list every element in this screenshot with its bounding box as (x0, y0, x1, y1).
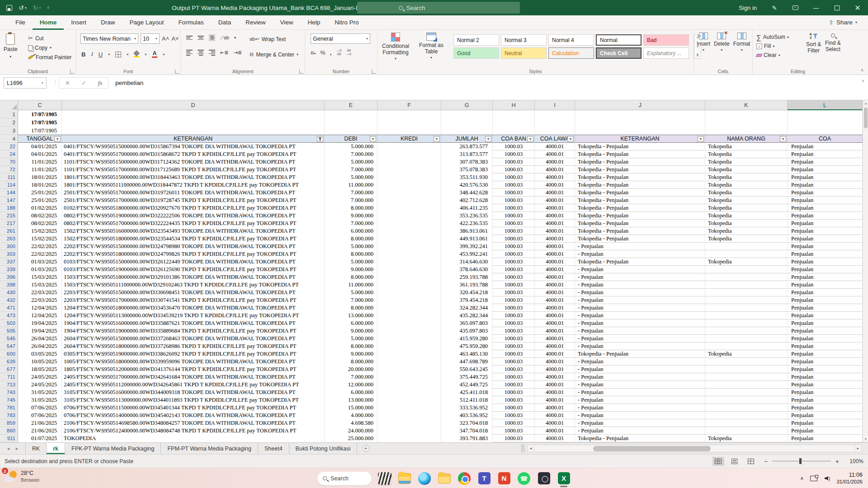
alignment-dialog-launcher[interactable] (299, 70, 303, 74)
save-icon[interactable] (6, 5, 12, 11)
cell[interactable] (62, 127, 325, 135)
cell[interactable]: Tokopedia - Penjualan (575, 150, 705, 158)
cell[interactable] (705, 327, 788, 335)
insert-function-icon[interactable]: fx (98, 80, 102, 87)
cell[interactable]: - Penjualan (575, 343, 705, 350)
cell[interactable]: 25.000.000 (325, 435, 377, 442)
cell[interactable]: 03/05/2025 (18, 350, 62, 358)
cell[interactable] (705, 243, 788, 250)
cell[interactable]: 4000.01 (535, 312, 575, 319)
cell[interactable]: Tokopedia (705, 220, 788, 227)
scrollbar-splitter[interactable] (521, 445, 524, 452)
cell[interactable] (377, 312, 441, 319)
cell[interactable]: 0305/FTSCY/WS950519000000.00WD338626092 … (62, 350, 325, 358)
excel-taskbar-icon[interactable]: X (557, 472, 571, 485)
cell[interactable] (441, 118, 493, 127)
new-sheet-button[interactable]: + (360, 443, 372, 454)
cell[interactable]: 347.704.018 (441, 427, 493, 435)
redo-icon[interactable]: ↻▾ (33, 4, 41, 11)
cell[interactable] (705, 404, 788, 412)
cell[interactable]: 2106/FTSCY/WS950512400000.00WD348084748 … (62, 427, 325, 435)
name-box[interactable]: L1696▾ (4, 77, 47, 89)
cell-style-n3[interactable]: Normal 3 (501, 34, 547, 46)
cell[interactable]: Tokopedia (705, 181, 788, 189)
volume-icon[interactable]: ) (825, 476, 830, 481)
row-number[interactable]: 860 (0, 427, 18, 435)
cell[interactable] (705, 381, 788, 389)
zoom-in-icon[interactable]: + (835, 458, 839, 465)
cell[interactable]: 22/02/2025 (18, 243, 62, 250)
row-number[interactable]: 639 (0, 358, 18, 366)
cell[interactable] (377, 212, 441, 220)
cell[interactable] (705, 412, 788, 419)
cell[interactable]: Penjualan (788, 235, 863, 243)
filter-dropdown-icon[interactable]: ▾ (780, 136, 786, 142)
cell-style-n4[interactable]: Normal 4 (548, 34, 594, 46)
comma-style-icon[interactable]: , (330, 49, 332, 56)
cell[interactable]: 4000.01 (535, 319, 575, 327)
column-header-J[interactable]: J (575, 100, 705, 110)
borders-icon[interactable] (115, 52, 121, 57)
cell[interactable]: 4000.01 (535, 166, 575, 174)
row-number[interactable]: 859 (0, 419, 18, 427)
cell[interactable] (377, 235, 441, 243)
row-number[interactable]: 3 (0, 127, 18, 135)
cell[interactable]: 2501/FTSCY/WS950517000000.00WD319726011 … (62, 189, 325, 197)
cell[interactable]: - Penjualan (575, 312, 705, 319)
cell[interactable]: 07/06/2025 (18, 404, 62, 412)
align-left-icon[interactable] (186, 50, 193, 56)
cell[interactable] (377, 381, 441, 389)
cell[interactable]: - Penjualan (575, 304, 705, 312)
camera-app-icon[interactable] (537, 472, 551, 485)
cell[interactable]: 2203/FTSCY/WS950517000000.00WD330741541 … (62, 296, 325, 304)
horizontal-scroll-thumb[interactable] (593, 446, 711, 451)
cell[interactable]: 375.078.383 (441, 166, 493, 174)
cell[interactable]: 4000.01 (535, 150, 575, 158)
cell[interactable]: 1000.03 (493, 158, 535, 166)
format-painter-button[interactable]: Format Painter (28, 52, 71, 62)
cell[interactable]: - Penjualan (575, 273, 705, 281)
cell[interactable]: 353.511.930 (441, 174, 493, 181)
cell[interactable]: 1000.03 (493, 350, 535, 358)
nitro-icon[interactable]: N (497, 472, 511, 485)
cell[interactable] (62, 110, 325, 118)
row-number[interactable]: 430 (0, 289, 18, 296)
cell[interactable]: Tokopedia (705, 158, 788, 166)
cell[interactable]: 17/07/1905 (18, 118, 62, 127)
cell-style-good[interactable]: Good (453, 47, 499, 59)
row-number[interactable]: 711 (0, 373, 18, 381)
cell[interactable]: 5.000.000 (325, 258, 377, 266)
row-number[interactable]: 261 (0, 227, 18, 235)
row-number[interactable]: 300 (0, 243, 18, 250)
cell[interactable]: 1000.03 (493, 427, 535, 435)
cell[interactable]: 4000.01 (535, 335, 575, 343)
orientation-icon[interactable]: ⟋ab (220, 35, 229, 41)
cell[interactable] (493, 127, 535, 135)
cell[interactable]: 8.000.000 (325, 358, 377, 366)
cell[interactable]: 0706/FTSCY/WS950511500000.00WD345401344 … (62, 404, 325, 412)
cell[interactable]: 323.704.018 (441, 419, 493, 427)
cell[interactable]: 1000.03 (493, 419, 535, 427)
decrease-indent-icon[interactable]: ⇤≣ (220, 50, 228, 56)
whatsapp-icon[interactable]: ☎ (517, 472, 531, 485)
cell[interactable]: 3105/FTSCY/WS9505113000000.00WD344011893… (62, 396, 325, 404)
cell[interactable]: Penjualan (788, 204, 863, 212)
cell[interactable]: 4000.01 (535, 350, 575, 358)
row-number[interactable]: 745 (0, 396, 18, 404)
cell[interactable]: 9.000.000 (325, 212, 377, 220)
zoom-slider[interactable] (772, 461, 831, 462)
cell[interactable] (377, 281, 441, 289)
cell[interactable]: Tokopedia - Penjualan (575, 204, 705, 212)
next-sheet-icon[interactable]: ► (15, 446, 19, 451)
zoom-level[interactable]: 100% (846, 458, 863, 465)
cell[interactable] (377, 343, 441, 350)
cell[interactable]: 3105/FTSCY/WS950516000000.00WD344009318 … (62, 389, 325, 396)
number-dialog-launcher[interactable] (372, 70, 376, 74)
customize-qat-icon[interactable]: ▿̄ (47, 6, 49, 10)
autosum-button[interactable]: ∑AutoSum▾ (756, 33, 789, 42)
horizontal-scrollbar[interactable]: ◄ ► (527, 445, 862, 452)
cell[interactable] (535, 127, 575, 135)
sheet-tab-rk[interactable]: rk (47, 443, 65, 454)
cell[interactable]: 12/04/2025 (18, 312, 62, 319)
cell[interactable]: 1000.03 (493, 373, 535, 381)
